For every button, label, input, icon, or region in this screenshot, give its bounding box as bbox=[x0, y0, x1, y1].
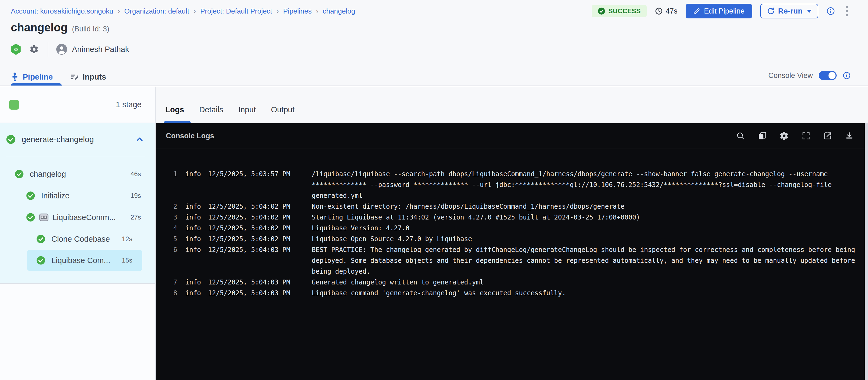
search-icon[interactable] bbox=[736, 131, 745, 141]
tab-details[interactable]: Details bbox=[199, 105, 223, 114]
step-row-initialize[interactable]: Initialize 19s bbox=[0, 185, 155, 206]
open-in-new-icon[interactable] bbox=[823, 131, 832, 141]
edit-pipeline-button[interactable]: Edit Pipeline bbox=[686, 4, 752, 19]
check-circle-icon bbox=[36, 256, 45, 265]
log-line: 7info12/5/2025, 5:04:03 PMGenerated chan… bbox=[165, 277, 868, 288]
edit-pipeline-label: Edit Pipeline bbox=[704, 7, 745, 16]
console-panel: Console Logs bbox=[156, 123, 868, 380]
breadcrumb-project[interactable]: Project: Default Project bbox=[200, 7, 272, 16]
log-level: info bbox=[185, 288, 205, 298]
log-message: /liquibase/liquibase --search-path dbops… bbox=[312, 169, 859, 201]
rerun-button[interactable]: Re-run bbox=[760, 4, 818, 19]
log-line: 4info12/5/2025, 5:04:02 PMLiquibase Vers… bbox=[165, 223, 868, 234]
breadcrumb-account[interactable]: Account: kurosakiichigo.songoku bbox=[11, 7, 113, 16]
caret-down-icon bbox=[807, 10, 812, 13]
meta-row: ∞ Animesh Pathak bbox=[11, 42, 129, 56]
copy-icon[interactable] bbox=[757, 131, 767, 141]
tab-input[interactable]: Input bbox=[238, 105, 256, 114]
log-line-number: 3 bbox=[165, 212, 177, 223]
step-row-liquibase-command-selected[interactable]: Liquibase Com... 15s bbox=[27, 250, 142, 271]
step-duration: 12s bbox=[122, 235, 132, 243]
step-duration: 19s bbox=[130, 192, 141, 200]
log-line-number: 4 bbox=[165, 223, 177, 234]
status-badge: SUCCESS bbox=[592, 5, 647, 17]
step-duration: 46s bbox=[130, 170, 141, 178]
more-options-menu[interactable] bbox=[843, 4, 851, 18]
console-title: Console Logs bbox=[156, 132, 214, 140]
log-line: 8info12/5/2025, 5:04:03 PMLiquibase comm… bbox=[165, 288, 868, 298]
tab-pipeline-label: Pipeline bbox=[23, 72, 53, 82]
rerun-info-icon[interactable] bbox=[826, 7, 835, 16]
check-circle-icon bbox=[26, 191, 35, 200]
stage-row-generate-changelog[interactable]: generate-changelog bbox=[0, 123, 155, 156]
step-group-icon bbox=[39, 213, 49, 222]
breadcrumb: Account: kurosakiichigo.songoku › Organi… bbox=[11, 7, 355, 16]
step-duration: 27s bbox=[130, 213, 141, 221]
tab-inputs-label: Inputs bbox=[83, 72, 106, 82]
log-timestamp: 12/5/2025, 5:04:02 PM bbox=[208, 234, 290, 244]
console-view-info-icon[interactable] bbox=[843, 71, 851, 80]
log-message: Liquibase Version: 4.27.0 bbox=[312, 223, 859, 234]
log-line: 3info12/5/2025, 5:04:02 PMStarting Liqui… bbox=[165, 212, 868, 223]
log-message: Non-existent directory: /harness/dbops/L… bbox=[312, 201, 859, 212]
log-level: info bbox=[185, 277, 205, 288]
log-timestamp: 12/5/2025, 5:03:57 PM bbox=[208, 169, 290, 179]
console-toolbar bbox=[736, 131, 854, 141]
settings-gear-icon[interactable] bbox=[779, 131, 789, 141]
step-row-clone-codebase[interactable]: Clone Codebase 12s bbox=[0, 228, 155, 250]
log-level: info bbox=[185, 169, 205, 179]
log-level: info bbox=[185, 223, 205, 234]
log-message: BEST PRACTICE: The changelog generated b… bbox=[312, 244, 859, 277]
build-id: (Build Id: 3) bbox=[72, 25, 109, 33]
svg-text:∞: ∞ bbox=[13, 46, 18, 53]
log-timestamp: 12/5/2025, 5:04:03 PM bbox=[208, 277, 290, 288]
page-title: changelog bbox=[11, 21, 68, 34]
fullscreen-icon[interactable] bbox=[801, 131, 811, 141]
log-timestamp: 12/5/2025, 5:04:02 PM bbox=[208, 223, 290, 234]
active-tab-underline bbox=[164, 121, 191, 123]
chevron-up-icon[interactable] bbox=[135, 135, 144, 144]
main-tab-bar: Pipeline Inputs bbox=[11, 68, 106, 86]
console-view-toggle[interactable] bbox=[819, 71, 837, 80]
step-detail-tabs: Logs Details Input Output bbox=[156, 87, 868, 123]
log-level: info bbox=[185, 212, 205, 223]
breadcrumb-organization[interactable]: Organization: default bbox=[124, 7, 189, 16]
console-log-output: 1info12/5/2025, 5:03:57 PM/liquibase/liq… bbox=[156, 149, 868, 298]
step-row-liquibase-group[interactable]: LiquibaseComm... 27s bbox=[0, 206, 155, 228]
log-timestamp: 12/5/2025, 5:04:03 PM bbox=[208, 288, 290, 298]
step-list: changelog 46s Initialize 19s LiquibaseCo… bbox=[0, 156, 155, 271]
tab-logs[interactable]: Logs bbox=[165, 105, 184, 114]
pencil-icon bbox=[693, 7, 700, 14]
download-icon[interactable] bbox=[845, 131, 854, 141]
tab-output[interactable]: Output bbox=[271, 105, 294, 114]
breadcrumb-separator: › bbox=[277, 7, 279, 16]
duration-text: 47s bbox=[665, 7, 678, 16]
breadcrumb-separator: › bbox=[316, 7, 318, 16]
build-duration: 47s bbox=[655, 7, 678, 16]
log-level: info bbox=[185, 234, 205, 244]
step-label: Liquibase Com... bbox=[52, 256, 111, 265]
rerun-label: Re-run bbox=[778, 7, 803, 16]
step-label: Initialize bbox=[41, 192, 69, 200]
tab-pipeline[interactable]: Pipeline bbox=[11, 68, 53, 86]
log-timestamp: 12/5/2025, 5:04:03 PM bbox=[208, 244, 290, 255]
tab-inputs[interactable]: Inputs bbox=[70, 68, 106, 86]
clock-icon bbox=[655, 7, 663, 15]
pipeline-settings-gear-icon[interactable] bbox=[29, 45, 39, 54]
breadcrumb-changelog[interactable]: changelog bbox=[323, 7, 355, 16]
stage-status-square bbox=[9, 100, 19, 110]
breadcrumb-separator: › bbox=[193, 7, 196, 16]
breadcrumb-pipelines[interactable]: Pipelines bbox=[283, 7, 312, 16]
log-line-number: 8 bbox=[165, 288, 177, 298]
author-name: Animesh Pathak bbox=[72, 45, 129, 54]
log-line: 5info12/5/2025, 5:04:02 PMLiquibase Open… bbox=[165, 234, 868, 244]
step-row-changelog[interactable]: changelog 46s bbox=[0, 163, 155, 185]
refresh-icon bbox=[767, 7, 775, 15]
log-message: Liquibase command 'generate-changelog' w… bbox=[312, 288, 859, 298]
active-tab-underline bbox=[11, 83, 62, 86]
log-message: Liquibase Open Source 4.27.0 by Liquibas… bbox=[312, 234, 859, 244]
step-label: changelog bbox=[30, 170, 66, 179]
log-line-number: 7 bbox=[165, 277, 177, 288]
console-scrollbar[interactable] bbox=[865, 123, 868, 380]
avatar bbox=[56, 44, 67, 55]
